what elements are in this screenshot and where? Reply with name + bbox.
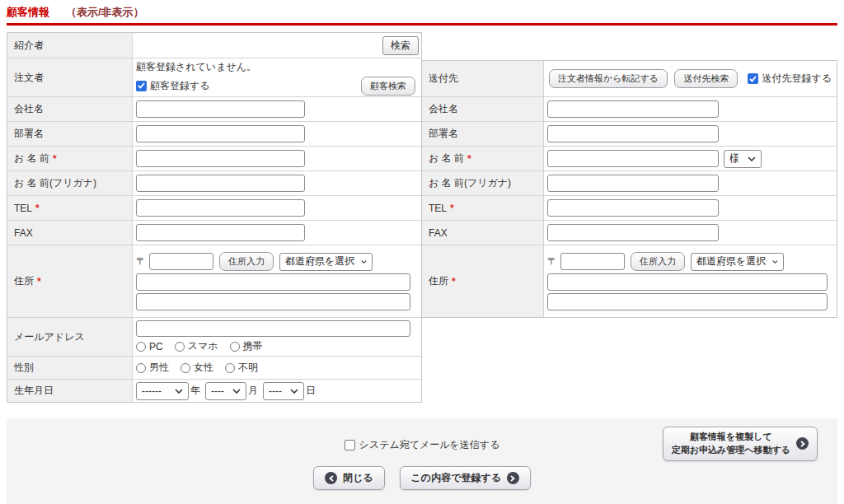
gender-male-radio[interactable] bbox=[136, 363, 146, 373]
prefecture-select[interactable]: 都道府県を選択 bbox=[279, 253, 373, 271]
company-row: 会社名 bbox=[7, 96, 421, 121]
company-label: 会社名 bbox=[14, 102, 44, 116]
forward-arrow-icon bbox=[507, 472, 519, 484]
gender-female-radio[interactable] bbox=[181, 363, 190, 373]
birthday-label: 生年月日 bbox=[14, 384, 54, 398]
gender-unknown-label: 不明 bbox=[238, 361, 258, 375]
name-row: お 名 前 * bbox=[7, 146, 421, 170]
shipping-prefecture-select[interactable]: 都道府県を選択 bbox=[691, 253, 784, 271]
tel-input[interactable] bbox=[136, 199, 305, 217]
chevron-down-icon bbox=[748, 156, 756, 161]
email-type-pc-radio[interactable] bbox=[136, 342, 146, 352]
email-row: メールアドレス PC スマホ 携帯 bbox=[7, 317, 421, 356]
birth-month-select[interactable]: ---- bbox=[205, 382, 246, 400]
orderer-label: 注文者 bbox=[14, 71, 44, 85]
shipping-search-button[interactable]: 送付先検索 bbox=[674, 69, 738, 88]
shipping-tel-input[interactable] bbox=[547, 199, 719, 217]
customer-table: 紹介者 検索 注文者 顧客登録されていません。 顧客登録する 顧客検索 bbox=[7, 32, 422, 403]
visibility-toggle-link[interactable]: （表示/非表示） bbox=[66, 5, 144, 20]
email-type-pc-label: PC bbox=[149, 341, 163, 352]
shipping-address-lookup-button[interactable]: 住所入力 bbox=[631, 252, 685, 271]
customer-register-checkbox[interactable] bbox=[136, 81, 147, 91]
gender-row: 性別 男性 女性 不明 bbox=[7, 356, 421, 379]
shipping-register-checkbox[interactable] bbox=[748, 73, 758, 84]
email-type-mobile-radio[interactable] bbox=[230, 342, 240, 352]
address-line2-input[interactable] bbox=[136, 293, 410, 310]
back-arrow-icon bbox=[325, 472, 337, 484]
shipping-fax-row: FAX bbox=[422, 220, 837, 245]
copy-from-orderer-button[interactable]: 注文者情報から転記する bbox=[549, 69, 668, 88]
shipping-address-line2-input[interactable] bbox=[547, 293, 828, 310]
address-row: 住所 * 〒 住所入力 都道府県を選択 bbox=[7, 245, 421, 317]
orderer-row: 注文者 顧客登録されていません。 顧客登録する 顧客検索 bbox=[7, 58, 421, 96]
shipping-tel-label: TEL bbox=[429, 203, 447, 214]
shipping-company-input[interactable] bbox=[547, 100, 719, 118]
action-buttons-row: 閉じる この内容で登録する bbox=[7, 466, 837, 490]
referrer-search-button[interactable]: 検索 bbox=[382, 36, 419, 55]
shipping-fax-label: FAX bbox=[429, 227, 448, 239]
shipping-fax-input[interactable] bbox=[547, 224, 719, 241]
close-button[interactable]: 閉じる bbox=[313, 466, 385, 490]
system-mail-checkbox-label: システム宛てメールを送信する bbox=[359, 438, 500, 452]
shipping-name-kana-input[interactable] bbox=[547, 175, 719, 192]
month-unit-label: 月 bbox=[248, 384, 258, 398]
chevron-down-icon bbox=[175, 389, 183, 394]
gender-female-label: 女性 bbox=[194, 361, 213, 375]
customer-register-checkbox-label: 顧客登録する bbox=[150, 79, 210, 93]
department-row: 部署名 bbox=[7, 121, 421, 146]
shipping-department-input[interactable] bbox=[547, 125, 719, 142]
required-mark: * bbox=[467, 153, 471, 165]
name-input[interactable] bbox=[136, 150, 305, 167]
department-input[interactable] bbox=[136, 125, 305, 142]
email-type-smartphone-radio[interactable] bbox=[175, 342, 185, 352]
name-kana-label: お 名 前(フリガナ) bbox=[14, 176, 96, 190]
required-mark: * bbox=[450, 203, 454, 214]
email-input[interactable] bbox=[136, 320, 410, 337]
postal-mark: 〒 bbox=[547, 254, 557, 268]
tel-row: TEL * bbox=[7, 195, 421, 220]
address-line1-input[interactable] bbox=[136, 273, 410, 291]
fax-input[interactable] bbox=[136, 224, 305, 241]
referrer-row: 紹介者 検索 bbox=[7, 33, 421, 58]
shipping-name-label: お 名 前 bbox=[429, 152, 464, 166]
postal-code-input[interactable] bbox=[149, 253, 213, 270]
shipping-department-row: 部署名 bbox=[422, 121, 837, 146]
duplicate-to-subscription-button[interactable]: 顧客情報を複製して 定期お申込み管理へ移動する bbox=[663, 427, 818, 461]
address-lookup-button[interactable]: 住所入力 bbox=[219, 252, 274, 271]
shipping-company-row: 会社名 bbox=[422, 96, 837, 121]
forward-arrow-icon bbox=[796, 437, 809, 450]
shipping-name-row: お 名 前 * 様 bbox=[422, 146, 837, 170]
system-mail-checkbox[interactable] bbox=[345, 440, 355, 450]
gender-male-label: 男性 bbox=[149, 361, 169, 375]
shipping-label: 送付先 bbox=[429, 72, 458, 86]
address-label: 住所 bbox=[14, 274, 34, 288]
chevron-down-icon bbox=[361, 259, 367, 264]
department-label: 部署名 bbox=[14, 127, 44, 141]
name-kana-row: お 名 前(フリガナ) bbox=[7, 170, 421, 195]
honorific-select[interactable]: 様 bbox=[724, 150, 762, 168]
birth-day-select[interactable]: ---- bbox=[263, 382, 304, 400]
gender-unknown-radio[interactable] bbox=[225, 363, 235, 373]
company-input[interactable] bbox=[136, 100, 305, 118]
tel-label: TEL bbox=[14, 203, 32, 214]
submit-button[interactable]: この内容で登録する bbox=[400, 466, 531, 490]
shipping-postal-code-input[interactable] bbox=[560, 253, 625, 270]
email-type-smartphone-label: スマホ bbox=[188, 339, 218, 353]
shipping-address-line1-input[interactable] bbox=[547, 273, 828, 291]
page-title: 顧客情報 bbox=[7, 5, 49, 20]
shipping-company-label: 会社名 bbox=[429, 102, 458, 116]
name-kana-input[interactable] bbox=[136, 175, 305, 192]
header-divider bbox=[7, 23, 837, 26]
customer-search-button[interactable]: 顧客検索 bbox=[361, 77, 415, 96]
name-label: お 名 前 bbox=[14, 152, 49, 166]
required-mark: * bbox=[452, 276, 456, 287]
customer-info-page: 顧客情報 （表示/非表示） 紹介者 検索 注文者 顧客登録されていません。 bbox=[0, 0, 844, 504]
shipping-name-input[interactable] bbox=[547, 150, 719, 167]
shipping-header-row: 送付先 注文者情報から転記する 送付先検索 送付先登録する bbox=[422, 61, 837, 96]
orderer-status-text: 顧客登録されていません。 bbox=[136, 60, 256, 74]
page-header: 顧客情報 （表示/非表示） bbox=[0, 0, 844, 20]
chevron-down-icon bbox=[232, 389, 241, 394]
shipping-department-label: 部署名 bbox=[429, 127, 458, 141]
birth-year-select[interactable]: ------ bbox=[136, 382, 189, 400]
email-type-mobile-label: 携帯 bbox=[243, 339, 263, 353]
